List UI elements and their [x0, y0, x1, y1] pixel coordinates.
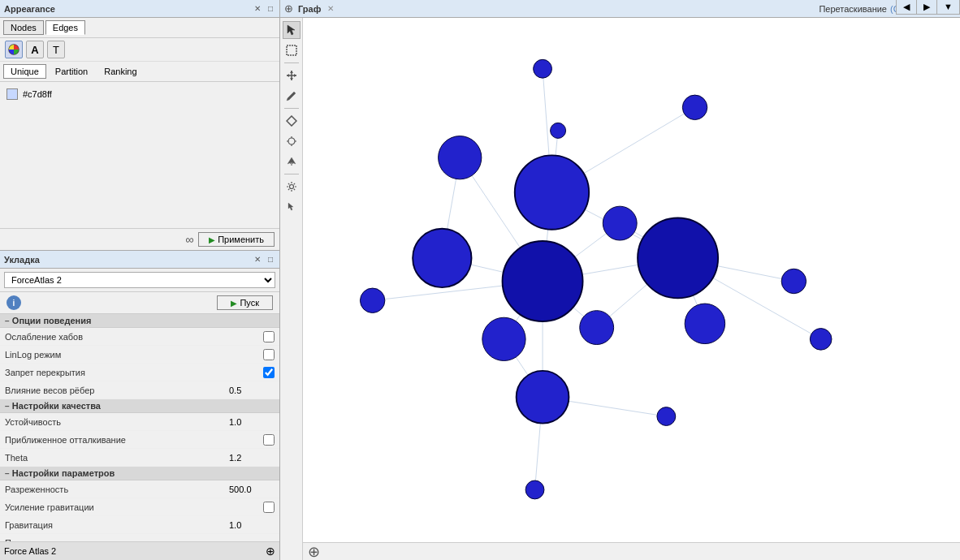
info-button[interactable]: i — [6, 295, 21, 310]
settings-container: − Опции поведения Ослабление хабов LinLo… — [0, 314, 279, 541]
stability-value: 1.0 — [226, 417, 275, 427]
color-row: #c7d8ff — [6, 88, 273, 100]
unique-tab[interactable]: Unique — [3, 64, 46, 79]
theta-row: Theta 1.2 — [0, 449, 279, 467]
transform-icon — [286, 136, 297, 147]
svg-marker-4 — [290, 71, 293, 73]
gravity-boost-checkbox[interactable] — [263, 502, 275, 513]
color-label: #c7d8ff — [23, 89, 52, 99]
layout-header-icons: ✕ □ — [252, 254, 275, 265]
layout-title: Укладка — [4, 255, 40, 265]
compass-icon[interactable]: ⊕ — [308, 543, 320, 561]
run-button[interactable]: ▶ Пуск — [217, 295, 273, 310]
approx-repulsion-label: Приближенное отталкивание — [5, 435, 263, 445]
graph-bottom-bar: ⊕ — [303, 542, 960, 560]
apply-button[interactable]: ▶ Применить — [198, 232, 275, 247]
approx-repulsion-row: Приближенное отталкивание — [0, 431, 279, 449]
layout-algorithm-select[interactable]: ForceAtlas 2 — [4, 272, 275, 288]
gravity-boost-row: Усиление гравитации — [0, 498, 279, 516]
ослабление-хабов-label: Ослабление хабов — [5, 332, 263, 342]
behavior-collapse-icon: − — [5, 317, 10, 325]
overlap-checkbox[interactable] — [263, 367, 275, 378]
dropdown-window-btn[interactable]: ▼ — [937, 0, 960, 14]
layout-pin-icon[interactable]: ✕ — [252, 254, 263, 265]
pencil-tool[interactable] — [283, 87, 301, 105]
overlap-label: Запрет перекрытия — [5, 368, 263, 377]
plane-tool[interactable] — [283, 153, 301, 170]
parameters-section-title: Настройки параметров — [12, 468, 115, 478]
svg-marker-6 — [287, 74, 289, 77]
approx-repulsion-checkbox[interactable] — [263, 434, 275, 446]
stability-row: Устойчивость 1.0 — [0, 413, 279, 431]
appearance-content: #c7d8ff — [0, 82, 279, 228]
move-icon — [286, 70, 297, 81]
lasso-icon — [286, 45, 297, 56]
text-size-icon-btn[interactable]: A — [26, 41, 44, 58]
apply-play-icon: ▶ — [209, 235, 215, 244]
appearance-title: Appearance — [4, 4, 55, 14]
appearance-pin-icon[interactable]: ✕ — [252, 3, 263, 14]
layout-bottom-label: Force Atlas 2 — [4, 546, 56, 556]
graph-close-icon[interactable]: ✕ — [327, 4, 334, 13]
behavior-section-header[interactable]: − Опции поведения — [0, 314, 279, 328]
svg-point-42 — [515, 155, 589, 229]
theta-value: 1.2 — [226, 453, 275, 463]
layout-maximize-icon[interactable]: □ — [266, 254, 275, 265]
select-tool[interactable] — [283, 21, 301, 39]
appearance-icon-row: A T — [0, 38, 279, 62]
apply-label: Применить — [218, 235, 264, 244]
svg-point-40 — [551, 123, 566, 138]
ослабление-хабов-checkbox[interactable] — [263, 331, 275, 342]
svg-point-49 — [482, 317, 525, 360]
label-size-icon-btn[interactable]: T — [47, 41, 65, 58]
run-play-icon: ▶ — [231, 299, 237, 308]
sparsity-value: 500.0 — [226, 485, 275, 494]
edge-weight-label: Влияние весов рёбер — [5, 386, 226, 395]
svg-point-55 — [657, 407, 676, 426]
appearance-header-icons: ✕ □ — [252, 3, 275, 14]
overlap-row: Запрет перекрытия — [0, 364, 279, 381]
gravity-value: 1.0 — [226, 520, 275, 530]
pointer-tool[interactable] — [283, 198, 301, 216]
prev-window-btn[interactable]: ◀ — [897, 0, 917, 14]
svg-point-53 — [810, 329, 832, 351]
layout-header: Укладка ✕ □ — [0, 251, 279, 269]
svg-point-43 — [603, 206, 637, 240]
threads-row: Потоки — [0, 534, 279, 541]
settings-tool[interactable] — [283, 178, 301, 196]
color-swatch[interactable] — [6, 88, 18, 100]
diamond-tool[interactable] — [283, 112, 301, 130]
layout-run-row: i ▶ Пуск — [0, 292, 279, 314]
sparsity-label: Разреженность — [5, 485, 226, 494]
cursor-icon — [286, 24, 297, 36]
gravity-boost-label: Усиление гравитации — [5, 502, 263, 512]
label-size-icon: T — [53, 44, 59, 56]
ranking-tab[interactable]: Ranking — [97, 64, 144, 79]
appearance-panel: Appearance ✕ □ Nodes Edges — [0, 0, 279, 251]
move-tool[interactable] — [283, 67, 301, 84]
next-window-btn[interactable]: ▶ — [917, 0, 937, 14]
quality-section-header[interactable]: − Настройки качества — [0, 399, 279, 413]
svg-point-44 — [682, 95, 707, 119]
graph-canvas[interactable]: ⊕ — [303, 18, 960, 560]
graph-body: ⊕ — [280, 18, 960, 560]
edges-tab[interactable]: Edges — [45, 20, 85, 35]
lasso-tool[interactable] — [283, 41, 301, 59]
layout-panel: Укладка ✕ □ ForceAtlas 2 i ▶ Пуск — [0, 251, 279, 560]
graph-icon: ⊕ — [284, 2, 293, 15]
diamond-icon — [286, 115, 297, 127]
window-controls: ◀ ▶ ▼ — [896, 0, 960, 15]
nodes-tab[interactable]: Nodes — [3, 20, 44, 35]
parameters-section-header[interactable]: − Настройки параметров — [0, 467, 279, 480]
svg-point-52 — [781, 269, 806, 293]
gravity-row: Гравитация 1.0 — [0, 516, 279, 534]
pencil-icon — [286, 90, 297, 101]
svg-point-48 — [360, 288, 384, 312]
partition-tab[interactable]: Partition — [48, 64, 95, 79]
quality-section-title: Настройки качества — [12, 401, 101, 411]
linlog-checkbox[interactable] — [263, 349, 275, 360]
link-icon[interactable]: ∞ — [185, 233, 193, 246]
appearance-maximize-icon[interactable]: □ — [266, 3, 275, 14]
color-icon-btn[interactable] — [5, 41, 23, 58]
transform-tool[interactable] — [283, 132, 301, 150]
